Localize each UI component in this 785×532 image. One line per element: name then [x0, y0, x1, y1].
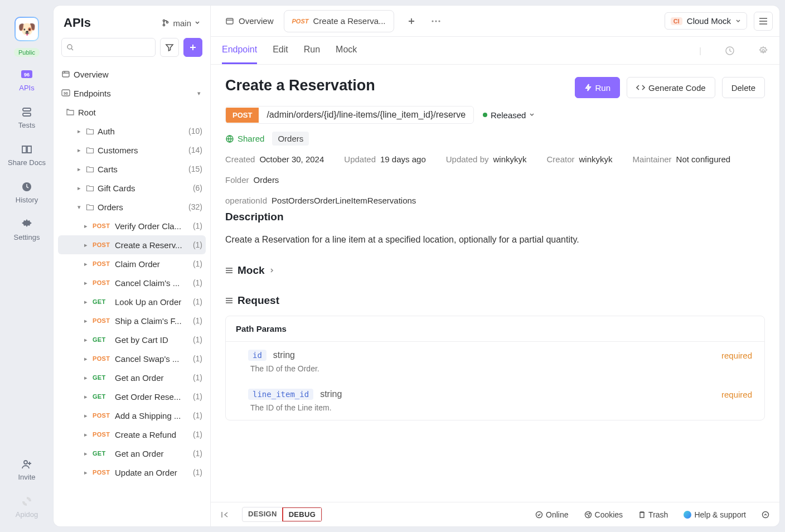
endpoint-name: Verify Order Cla... — [115, 221, 190, 231]
rail-apis[interactable]: 96 APIs — [0, 60, 54, 94]
endpoint-count: (1) — [193, 392, 202, 401]
caret-icon: ▾ — [196, 90, 202, 97]
caret-icon: ▸ — [83, 260, 89, 268]
tree-folder[interactable]: ▸Auth(10) — [58, 122, 206, 141]
method-badge: GET — [93, 450, 112, 457]
endpoint-count: (1) — [193, 449, 202, 458]
menu-button[interactable] — [754, 12, 773, 31]
subtab-edit[interactable]: Edit — [273, 37, 288, 64]
debug-mode-button[interactable]: DEBUG — [282, 507, 322, 522]
tree-endpoint[interactable]: ▸GETGet by Cart ID(1) — [58, 330, 206, 349]
branch-selector[interactable]: main — [162, 18, 200, 28]
overview-icon — [61, 70, 70, 79]
request-section-toggle[interactable]: Request — [225, 294, 765, 307]
tree-endpoint[interactable]: ▸POSTCancel Swap's ...(1) — [58, 349, 206, 368]
settings-icon-button[interactable] — [758, 46, 768, 56]
subtab-mock[interactable]: Mock — [336, 37, 357, 64]
path-text: /admin/orders/{id}/line-items/{line_item… — [259, 107, 473, 123]
more-tabs-button[interactable] — [427, 12, 445, 31]
tree-folder[interactable]: ▸Gift Cards(6) — [58, 178, 206, 197]
generate-code-button[interactable]: Generate Code — [627, 77, 715, 98]
environment-selector[interactable]: Cl Cloud Mock — [665, 12, 747, 30]
description-heading: Description — [225, 211, 765, 223]
tree-overview[interactable]: Overview — [58, 65, 206, 84]
folder-count: (32) — [188, 202, 202, 211]
tree-endpoint[interactable]: ▸GETLook Up an Order(1) — [58, 292, 206, 311]
trash-button[interactable]: Trash — [638, 510, 668, 519]
rail-history-label: History — [16, 196, 38, 204]
tab-active[interactable]: POST Create a Reserva... — [284, 10, 394, 32]
cookies-button[interactable]: Cookies — [584, 510, 623, 519]
subtabs: Endpoint Edit Run Mock | — [211, 37, 779, 65]
svg-point-15 — [432, 20, 433, 22]
tree-endpoints[interactable]: 96 Endpoints ▾ — [58, 84, 206, 103]
env-chip: Cl — [671, 17, 682, 25]
tree-endpoint[interactable]: ▸POSTAdd a Shipping ...(1) — [58, 406, 206, 425]
help-button[interactable]: Help & support — [684, 510, 746, 519]
expand-button[interactable] — [762, 511, 769, 519]
tree-overview-label: Overview — [74, 70, 202, 79]
folder-icon — [86, 166, 94, 173]
param-row: line_item_idstringrequiredThe ID of the … — [226, 381, 764, 420]
design-mode-button[interactable]: DESIGN — [243, 507, 283, 521]
delete-button[interactable]: Delete — [722, 77, 765, 98]
filter-button[interactable] — [160, 38, 179, 57]
tree-endpoint[interactable]: ▸POSTCreate a Reserv...(1) — [58, 235, 206, 254]
tree-endpoint[interactable]: ▸GETGet an Order(1) — [58, 368, 206, 387]
help-icon — [684, 511, 691, 519]
search-input[interactable] — [61, 38, 156, 57]
endpoint-name: Get Order Rese... — [115, 392, 190, 402]
tree-endpoint[interactable]: ▸GETGet Order Rese...(1) — [58, 387, 206, 406]
caret-icon: ▸ — [83, 298, 89, 306]
tree-folder[interactable]: ▸Carts(15) — [58, 159, 206, 178]
subtab-run[interactable]: Run — [304, 37, 320, 64]
run-button[interactable]: Run — [575, 77, 621, 98]
svg-rect-11 — [62, 71, 69, 77]
subtab-endpoint[interactable]: Endpoint — [222, 37, 257, 64]
rail-tests[interactable]: Tests — [0, 98, 54, 132]
tab-active-label: Create a Reserva... — [313, 16, 385, 26]
meta-folder-value: Orders — [254, 175, 279, 185]
run-label: Run — [595, 83, 611, 93]
folder-icon — [86, 147, 94, 154]
rail-invite[interactable]: Invite — [0, 449, 54, 483]
add-button[interactable] — [183, 38, 202, 57]
method-badge: GET — [93, 336, 112, 343]
metadata: CreatedOctober 30, 2024 Updated19 days a… — [225, 154, 765, 205]
tree-endpoint[interactable]: ▸POSTCreate a Refund(1) — [58, 425, 206, 444]
lightning-icon — [584, 84, 592, 91]
tree-folder[interactable]: ▾Orders(32) — [58, 197, 206, 216]
tab-overview[interactable]: Overview — [217, 10, 282, 32]
page-title: Create a Reservation — [225, 77, 568, 94]
folder-count: (14) — [188, 146, 202, 154]
collapse-sidebar-button[interactable] — [221, 511, 230, 519]
folder-tag[interactable]: Orders — [272, 132, 309, 146]
rail-share[interactable]: Share Docs — [0, 135, 54, 169]
folder-count: (6) — [193, 183, 202, 192]
svg-point-19 — [762, 50, 764, 52]
mock-section-toggle[interactable]: Mock — [225, 264, 765, 277]
add-tab-button[interactable] — [402, 12, 421, 31]
tree-endpoint[interactable]: ▸POSTClaim Order(1) — [58, 254, 206, 273]
tree-root[interactable]: Root — [58, 103, 206, 122]
workspace-avatar[interactable]: 🐶 — [14, 17, 39, 41]
mock-heading: Mock — [238, 264, 265, 277]
meta-created-value: October 30, 2024 — [259, 154, 324, 164]
history-icon-button[interactable] — [725, 46, 735, 56]
tree-endpoint[interactable]: ▸POSTUpdate an Order(1) — [58, 463, 206, 482]
online-status[interactable]: Online — [535, 510, 568, 519]
tree-endpoint[interactable]: ▸POSTShip a Claim's F...(1) — [58, 311, 206, 330]
chevron-down-icon — [529, 112, 535, 118]
meta-opid-label: operationId — [225, 196, 267, 205]
svg-text:96: 96 — [24, 72, 30, 78]
rail-settings[interactable]: Settings — [0, 210, 54, 244]
meta-updatedby-label: Updated by — [446, 154, 489, 164]
status-selector[interactable]: Released — [483, 110, 535, 120]
status-dot-icon — [483, 113, 487, 117]
tree-endpoint[interactable]: ▸GETGet an Order(1) — [58, 444, 206, 463]
tree-endpoint[interactable]: ▸POSTCancel Claim's ...(1) — [58, 273, 206, 292]
tree-folder[interactable]: ▸Customers(14) — [58, 141, 206, 159]
tree-endpoint[interactable]: ▸POSTVerify Order Cla...(1) — [58, 216, 206, 235]
rail-history[interactable]: History — [0, 172, 54, 206]
tests-icon — [20, 105, 33, 119]
